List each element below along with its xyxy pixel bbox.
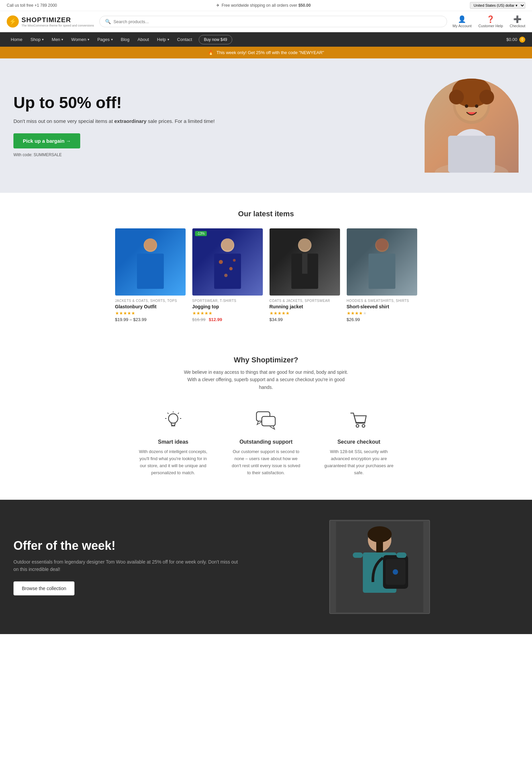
nav-contact[interactable]: Contact	[173, 32, 196, 47]
svg-rect-36	[262, 416, 275, 426]
feature-desc-1: With dozens of intelligent concepts, you…	[139, 448, 208, 476]
svg-rect-12	[137, 254, 164, 289]
shopping-cart-icon	[324, 411, 394, 434]
search-input[interactable]	[113, 19, 441, 24]
product-card-3[interactable]: COATS & JACKETS, SPORTSWEAR Running jack…	[270, 228, 340, 322]
feature-desc-3: With 128-bit SSL security with advanced …	[324, 448, 394, 476]
product-price-2: $16.99 $12.99	[192, 317, 263, 322]
hero-description: Don't miss out on some very special item…	[13, 117, 266, 125]
product-image-4	[347, 228, 417, 296]
buy-now-button[interactable]: Buy now $49	[199, 35, 232, 44]
svg-rect-15	[214, 254, 241, 289]
phone-text: Call us toll free +1 789 2000	[7, 3, 57, 8]
price-range-1: $19.99 – $23.99	[115, 317, 147, 322]
sale-price-2: $12.99	[209, 317, 222, 322]
svg-rect-10	[448, 136, 495, 173]
svg-point-37	[356, 425, 359, 427]
my-account-link[interactable]: 👤 My Account	[452, 15, 472, 28]
hero-bold: extraordinary	[114, 118, 146, 124]
product-image-2: -13%	[192, 228, 263, 296]
search-bar[interactable]: 🔍	[99, 16, 447, 27]
offer-title: Offer of the week!	[13, 539, 241, 553]
why-title: Why Shoptimizer?	[7, 356, 525, 364]
offer-description: Outdoor essentials from legendary design…	[13, 558, 241, 573]
product-name-2: Jogging top	[192, 304, 263, 309]
hero-title: Up to 50% off!	[13, 94, 266, 112]
nav-women[interactable]: Women ▾	[67, 32, 93, 47]
product-price-3: $34.99	[270, 317, 340, 322]
product-image-3	[270, 228, 340, 296]
offer-model-image	[329, 520, 430, 614]
plane-icon: ✈	[216, 3, 220, 8]
logo-tagline: The WooCommerce theme for speed and conv…	[21, 24, 94, 27]
hero-image-area	[266, 79, 519, 173]
svg-point-23	[299, 238, 311, 251]
currency-dropdown[interactable]: United States (US) dollar ▾ Euro British…	[470, 2, 525, 9]
empty-star-4: ★	[363, 311, 367, 316]
svg-rect-48	[396, 552, 406, 558]
product-stars-1: ★★★★★	[115, 311, 186, 316]
svg-point-18	[229, 267, 233, 270]
speech-bubbles-icon	[231, 411, 301, 434]
currency-selector[interactable]: United States (US) dollar ▾ Euro British…	[470, 2, 525, 9]
product-price-1: $19.99 – $23.99	[115, 317, 186, 322]
svg-rect-47	[353, 552, 363, 558]
help-icon: ❓	[486, 15, 495, 23]
product-name-1: Glastonbury Outfit	[115, 304, 186, 309]
product-card-2[interactable]: -13% SPORTSWEAR, T-SHIRTS Jogging top ★★…	[192, 228, 263, 322]
svg-rect-26	[369, 254, 395, 289]
feature-title-3: Secure checkout	[324, 439, 394, 445]
svg-point-17	[219, 260, 223, 264]
nav-home[interactable]: Home	[7, 32, 27, 47]
features-grid: Smart ideas With dozens of intelligent c…	[132, 404, 400, 483]
nav-pages[interactable]: Pages ▾	[93, 32, 117, 47]
price-4: $26.99	[347, 317, 360, 322]
product-stars-3: ★★★★★	[270, 311, 340, 316]
product-name-3: Running jacket	[270, 304, 340, 309]
site-logo[interactable]: ⚡ SHOPTIMIZER The WooCommerce theme for …	[7, 15, 94, 28]
svg-point-19	[224, 274, 228, 277]
checkout-link[interactable]: ➕ Checkout	[510, 15, 525, 28]
why-description: We believe in easy access to things that…	[182, 368, 350, 391]
cart-count: 0	[519, 37, 525, 43]
nav-men[interactable]: Men ▾	[48, 32, 67, 47]
nav-about[interactable]: About	[134, 32, 153, 47]
hero-section: Up to 50% off! Don't miss out on some ve…	[0, 58, 532, 193]
hero-cta-button[interactable]: Pick up a bargain →	[13, 133, 80, 148]
product-categories-1: JACKETS & COATS, SHORTS, TOPS	[115, 299, 186, 303]
why-section: Why Shoptimizer? We believe in easy acce…	[0, 339, 532, 500]
browse-collection-button[interactable]: Browse the collection	[13, 581, 75, 595]
nav-shop[interactable]: Shop ▾	[27, 32, 48, 47]
product-image-1	[115, 228, 186, 296]
product-card-4[interactable]: HOODIES & SWEATSHIRTS, SHIRTS Short-slee…	[347, 228, 417, 322]
logo-text-group: SHOPTIMIZER The WooCommerce theme for sp…	[21, 16, 94, 27]
logo-name: SHOPTIMIZER	[21, 16, 94, 24]
feature-desc-2: Our customer support is second to none –…	[231, 448, 301, 476]
product-card-1[interactable]: JACKETS & COATS, SHORTS, TOPS Glastonbur…	[115, 228, 186, 322]
products-grid: JACKETS & COATS, SHORTS, TOPS Glastonbur…	[115, 228, 417, 322]
nav-help[interactable]: Help ▾	[153, 32, 173, 47]
checkout-icon: ➕	[513, 15, 522, 23]
feature-title-2: Outstanding support	[231, 439, 301, 445]
search-icon: 🔍	[105, 19, 111, 24]
hero-model-image	[425, 79, 519, 173]
hero-content: Up to 50% off! Don't miss out on some ve…	[13, 94, 266, 157]
nav-blog[interactable]: Blog	[117, 32, 134, 47]
feature-smart-ideas: Smart ideas With dozens of intelligent c…	[132, 404, 215, 483]
checkout-label: Checkout	[510, 24, 525, 28]
original-price-2: $16.99	[192, 317, 206, 322]
site-header: ⚡ SHOPTIMIZER The WooCommerce theme for …	[0, 11, 532, 32]
shipping-info: ✈ Free worldwide shipping on all orders …	[216, 3, 310, 8]
customer-help-link[interactable]: ❓ Customer Help	[478, 15, 503, 28]
svg-point-28	[168, 414, 178, 423]
account-label: My Account	[452, 24, 472, 28]
promo-text: This week only! Get 25% off with the cod…	[216, 50, 324, 55]
svg-point-16	[222, 238, 234, 251]
hero-promo-code: With code: SUMMERSALE	[13, 152, 266, 157]
product-stars-4: ★★★★★	[347, 311, 417, 316]
fire-icon: 🔥	[208, 50, 213, 55]
svg-point-20	[233, 259, 236, 262]
latest-items-section: Our latest items JACKETS & COATS, SHORTS…	[0, 193, 532, 339]
cart-widget[interactable]: $0.00 0	[506, 37, 525, 43]
offer-content: Offer of the week! Outdoor essentials fr…	[13, 539, 241, 595]
